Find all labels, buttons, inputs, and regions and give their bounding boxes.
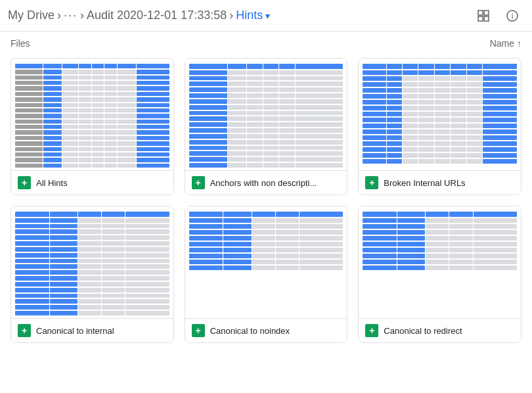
file-card-all-hints[interactable]: + All Hints (11, 58, 174, 195)
plus-icon: + (22, 178, 27, 187)
file-name-all-hints: All Hints (36, 178, 68, 188)
header-actions: i (472, 4, 524, 28)
file-card-broken-internal-urls[interactable]: + Broken Internal URLs (358, 58, 521, 195)
file-label-broken-internal: + Broken Internal URLs (359, 170, 521, 195)
breadcrumb-sep-1: › (57, 9, 61, 22)
plus-icon: + (196, 178, 201, 187)
info-button[interactable]: i (500, 4, 524, 28)
info-icon: i (506, 9, 519, 22)
breadcrumb-audit[interactable]: Audit 2020-12-01 17:33:58 (87, 9, 227, 22)
breadcrumb-sep-3: › (229, 9, 233, 22)
plus-icon: + (22, 326, 27, 335)
spreadsheet-icon-canonical-internal: + (18, 324, 31, 337)
spreadsheet-icon-all-hints: + (18, 176, 31, 189)
breadcrumb-hints[interactable]: Hints ▾ (236, 9, 270, 22)
breadcrumb-sep-2: › (80, 9, 84, 22)
sort-label: Name (490, 38, 514, 49)
file-label-all-hints: + All Hints (11, 170, 173, 195)
file-thumbnail-all-hints (11, 58, 173, 170)
breadcrumb: My Drive › ··· › Audit 2020-12-01 17:33:… (8, 9, 472, 22)
plus-icon: + (196, 326, 201, 335)
sort-area[interactable]: Name ↑ (490, 38, 521, 49)
file-label-anchors: + Anchors with non descripti... (185, 170, 347, 195)
file-name-anchors: Anchors with non descripti... (210, 178, 317, 188)
file-label-canonical-internal: + Canonical to internal (11, 318, 173, 342)
plus-icon: + (369, 326, 374, 335)
grid-view-button[interactable] (472, 4, 495, 28)
file-name-broken-internal: Broken Internal URLs (384, 178, 465, 188)
svg-text:i: i (512, 12, 514, 21)
file-card-canonical-redirect[interactable]: + Canonical to redirect (358, 206, 521, 343)
svg-rect-0 (478, 11, 483, 15)
toolbar: Files Name ↑ (0, 32, 532, 53)
file-name-canonical-noindex: Canonical to noindex (210, 326, 290, 336)
breadcrumb-my-drive[interactable]: My Drive (8, 9, 55, 22)
file-name-canonical-internal: Canonical to internal (36, 326, 114, 336)
file-thumbnail-anchors (185, 58, 347, 170)
file-card-canonical-noindex[interactable]: + Canonical to noindex (185, 206, 348, 343)
dropdown-icon: ▾ (265, 11, 270, 21)
file-card-canonical-internal[interactable]: + Canonical to internal (11, 206, 174, 343)
file-thumbnail-canonical-internal (11, 206, 173, 318)
files-grid: + All Hints (0, 53, 532, 354)
svg-rect-2 (478, 16, 483, 21)
spreadsheet-icon-anchors: + (192, 176, 205, 189)
file-label-canonical-noindex: + Canonical to noindex (185, 318, 347, 342)
header: My Drive › ··· › Audit 2020-12-01 17:33:… (0, 0, 532, 32)
spreadsheet-icon-canonical-redirect: + (365, 324, 378, 337)
file-label-canonical-redirect: + Canonical to redirect (359, 318, 521, 342)
file-thumbnail-broken-internal (359, 58, 521, 170)
spreadsheet-icon-canonical-noindex: + (192, 324, 205, 337)
file-name-canonical-redirect: Canonical to redirect (384, 326, 462, 336)
svg-rect-3 (484, 16, 489, 21)
files-label: Files (11, 38, 30, 49)
plus-icon: + (369, 178, 374, 187)
file-thumbnail-canonical-redirect (359, 206, 521, 318)
svg-rect-1 (484, 11, 489, 15)
hints-label: Hints (236, 9, 263, 22)
spreadsheet-icon-broken: + (365, 176, 378, 189)
file-card-anchors[interactable]: + Anchors with non descripti... (185, 58, 348, 195)
sort-direction-icon: ↑ (517, 38, 521, 49)
breadcrumb-dots[interactable]: ··· (64, 9, 78, 22)
grid-icon (477, 9, 490, 22)
file-thumbnail-canonical-noindex (185, 206, 347, 318)
